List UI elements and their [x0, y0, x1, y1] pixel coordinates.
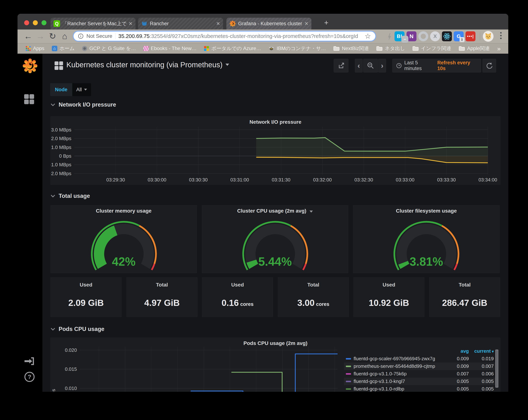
panel-stat-cpu-used[interactable]: Used 0.16cores [202, 277, 273, 317]
refresh-dashboard-button[interactable] [482, 59, 496, 72]
section-pods-cpu[interactable]: Pods CPU usage [50, 325, 104, 333]
home-button[interactable]: ⌂ [60, 31, 70, 41]
translate-extension-icon[interactable]: G 文 [454, 31, 464, 41]
new-tab-button[interactable]: + [321, 18, 331, 28]
bookmark-azure[interactable]: ポータルでの Azure… [204, 45, 261, 52]
svg-text:03:33:30: 03:33:30 [437, 177, 456, 182]
panel-stat-fs-used[interactable]: Used 10.92 GiB [353, 277, 424, 317]
section-network-io[interactable]: Network I/O pressure [50, 101, 116, 109]
tab-close-icon[interactable]: ✕ [216, 21, 220, 26]
svg-text:03:32:00: 03:32:00 [313, 177, 332, 182]
variable-node-picker[interactable]: Node All [50, 83, 91, 96]
info-icon[interactable] [78, 33, 84, 39]
legend-sort-avg[interactable]: avg [449, 348, 469, 354]
folder-icon [412, 46, 419, 51]
grafana-logo[interactable] [22, 58, 38, 74]
minimize-window-button[interactable] [33, 20, 38, 25]
panel-cluster-memory-gauge[interactable]: Cluster memory usage 42% [50, 205, 197, 273]
zoom-window-button[interactable] [41, 20, 47, 25]
bookmark-star-icon[interactable]: ☆ [365, 32, 371, 40]
time-back-button[interactable]: ‹ [355, 59, 363, 72]
bookmark-folder-nextbiz[interactable]: NextBiz関連 [333, 45, 369, 52]
tab-close-icon[interactable]: ✕ [304, 21, 308, 26]
tab-grafana-active[interactable]: Grafana - Kubernetes cluster m ✕ [226, 18, 311, 29]
bookmark-folder-apple[interactable]: Apple関連 [459, 45, 490, 52]
chevron-down-icon [50, 103, 55, 106]
share-dashboard-button[interactable] [334, 59, 348, 72]
browser-toolbar: ← → ↻ ⌂ Not Secure 35.200.69.75:32554/d/… [18, 29, 508, 43]
camera-icon [82, 46, 87, 51]
bookmark-apps[interactable]: Apps [26, 46, 44, 51]
react-extension-icon[interactable] [442, 31, 452, 41]
bookmark-folder-infra[interactable]: インフラ関連 [412, 45, 451, 52]
svg-text:03:34:00: 03:34:00 [478, 177, 497, 182]
section-total-usage[interactable]: Total usage [50, 192, 90, 200]
bookmark-folder-neta[interactable]: ネタ出し [376, 45, 405, 52]
panel-stat-memory-used[interactable]: Used 2.09 GiB [50, 277, 121, 317]
url-bar[interactable]: Not Secure 35.200.69.75:32554/d/927xC0sm… [73, 31, 376, 41]
reload-button[interactable]: ↻ [47, 31, 58, 41]
lastpass-extension-icon[interactable]: •••| [466, 31, 475, 41]
stat-label: Used [202, 282, 273, 288]
tab-rancher[interactable]: Rancher ✕ [138, 18, 223, 29]
svg-text:0.015: 0.015 [65, 366, 77, 372]
stat-label: Used [51, 282, 121, 288]
legend-row[interactable]: prometheus-server-65464d8d99-cjtmp 0.009… [344, 362, 496, 370]
svg-text:03:31:30: 03:31:30 [272, 177, 290, 182]
svg-text:cores: cores [51, 389, 56, 392]
svg-text:1.0 MBps: 1.0 MBps [51, 144, 71, 150]
panel-cluster-cpu-gauge[interactable]: Cluster CPU usage (2m avg) 5.44% [202, 205, 348, 273]
sidebar-signin-icon[interactable] [24, 357, 35, 366]
stat-value: 4.97 GiB [127, 298, 197, 308]
bookmarks-overflow-chevron[interactable]: » [497, 45, 501, 52]
panel-network-io[interactable]: Network I/O pressure 3.0 MBps2.0 MBps1.0… [50, 116, 500, 185]
series-color-swatch [346, 358, 351, 360]
time-forward-button[interactable]: › [378, 59, 386, 72]
tab-close-icon[interactable]: ✕ [129, 21, 132, 26]
panel-stat-memory-total[interactable]: Total 4.97 GiB [126, 277, 197, 317]
dashboard-title[interactable]: Kubernetes cluster monitoring (via Prome… [66, 60, 229, 70]
panel-stat-cpu-total[interactable]: Total 3.00cores [278, 277, 349, 317]
bookmark-ibm[interactable]: IBMのコンテナ・サ… [268, 45, 326, 52]
bookmark-ebooks[interactable]: Ebooks - The New… [144, 46, 197, 51]
legend-row[interactable]: fluentd-gcp-v3.1.0-75k6p 0.0070.006 [344, 370, 496, 378]
svg-text:03:31:00: 03:31:00 [230, 177, 249, 182]
x-extension-icon[interactable]: X [430, 31, 440, 41]
sidebar-dashboards-icon[interactable] [24, 94, 35, 105]
folder-icon [376, 46, 383, 51]
legend-scrollbar[interactable] [495, 349, 498, 387]
svg-text:03:29:30: 03:29:30 [106, 177, 125, 182]
bee-icon [268, 46, 274, 51]
time-range-picker[interactable]: Last 5 minutes Refresh every 10s [392, 59, 481, 72]
lightning-icon[interactable] [386, 33, 393, 41]
zoom-out-button[interactable] [363, 59, 378, 72]
dashboard-grid-icon[interactable] [54, 61, 63, 70]
tab-title: 「Rancher ServerをMac上で運用 [62, 20, 126, 27]
title-caret-icon [226, 64, 229, 66]
variable-value[interactable]: All [72, 83, 91, 96]
panel-pods-cpu[interactable]: Pods CPU usage (2m avg) 0.0200.0150.010c… [50, 337, 500, 392]
legend-row[interactable]: fluentd-gcp-scaler-697b966945-zwx7g 0.00… [344, 355, 496, 362]
legend-sort-current[interactable]: current▾ [469, 348, 494, 354]
legend-row[interactable]: fluentd-gcp-v3.1.0-rdlbp 0.0050.005 [344, 385, 496, 392]
legend-row[interactable]: fluentd-gcp-v3.1.0-kngl7 0.0050.005 [344, 378, 496, 385]
chevron-down-icon [50, 328, 55, 331]
profile-avatar[interactable] [483, 31, 493, 42]
browser-menu-icon[interactable] [500, 32, 502, 39]
forward-button[interactable]: → [35, 31, 46, 41]
sort-caret-icon: ▾ [492, 349, 494, 353]
apps-grid-icon [26, 46, 31, 51]
close-window-button[interactable] [24, 20, 29, 25]
panel-stat-fs-total[interactable]: Total 286.47 GiB [429, 277, 500, 317]
grafana-icon [229, 20, 236, 27]
url-text: 35.200.69.75:32554/d/927xC0smz/kubernete… [118, 33, 362, 39]
svg-text:03:33:00: 03:33:00 [396, 177, 414, 182]
back-button[interactable]: ← [23, 31, 33, 41]
badge-extension-icon[interactable]: − [401, 36, 408, 43]
bookmark-home[interactable]: ⌂ ホーム [52, 45, 75, 52]
sidebar-help-icon[interactable]: ? [24, 372, 35, 383]
tab-qiita-rancher[interactable]: Q 「Rancher ServerをMac上で運用 ✕ [50, 18, 135, 29]
panel-cluster-filesystem-gauge[interactable]: Cluster filesystem usage 3.81% [353, 205, 500, 273]
bookmark-gcp[interactable]: GCP と G Suite を… [82, 45, 136, 52]
ring-extension-icon[interactable] [418, 31, 428, 41]
